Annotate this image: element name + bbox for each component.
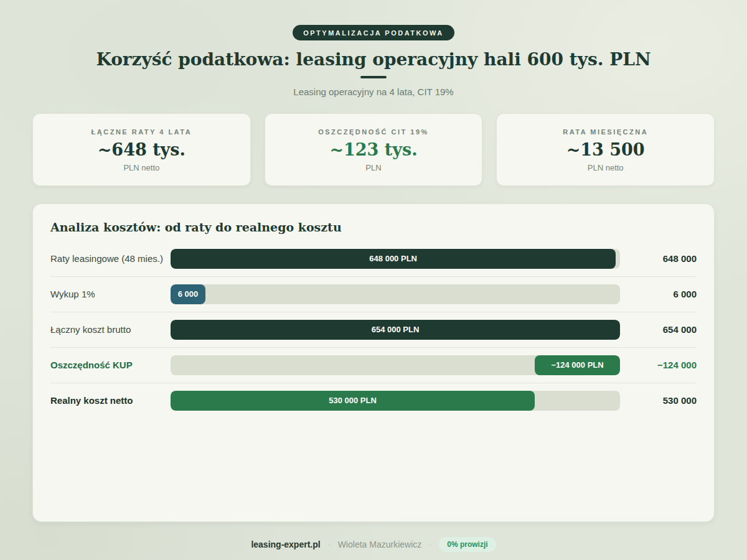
row-value: 6 000: [620, 289, 697, 299]
bar-track: −124 000 PLN: [171, 355, 620, 375]
bar-value-label: −124 000 PLN: [546, 360, 608, 370]
bar-value-label: 654 000 PLN: [367, 325, 425, 334]
cost-analysis-card: Analiza kosztów: od raty do realnego kos…: [32, 203, 715, 522]
stat-unit: PLN netto: [503, 163, 708, 172]
stat-value: ~13 500: [503, 141, 708, 158]
title-underline-divider: [360, 76, 387, 78]
bar-track: 648 000 PLN: [171, 249, 620, 269]
row-value: −124 000: [620, 360, 697, 370]
brand-link[interactable]: leasing-expert.pl: [251, 539, 320, 549]
row-label: Raty leasingowe (48 mies.): [50, 253, 171, 264]
bar: 6 000: [171, 284, 205, 304]
table-row-wykup: Wykup 1% 6 000 6 000: [50, 277, 697, 312]
row-label: Łączny koszt brutto: [50, 324, 171, 335]
category-badge: OPTYMALIZACJA PODATKOWA: [293, 25, 454, 40]
table-row-realny-koszt-netto: Realny koszt netto 530 000 PLN 530 000: [50, 383, 697, 418]
header: OPTYMALIZACJA PODATKOWA Korzyść podatkow…: [32, 25, 715, 97]
author-name: Wioleta Mazurkiewicz: [338, 539, 422, 549]
bar: 654 000 PLN: [171, 320, 620, 340]
page-subtitle: Leasing operacyjny na 4 lata, CIT 19%: [32, 86, 715, 97]
row-label: Oszczędność KUP: [50, 360, 171, 370]
dot-separator: ·: [328, 540, 331, 549]
stat-value: ~648 tys.: [39, 141, 244, 158]
stat-card-total-installments: ŁĄCZNE RATY 4 LATA ~648 tys. PLN netto: [32, 113, 251, 186]
row-value: 654 000: [620, 324, 697, 335]
stat-cards-row: ŁĄCZNE RATY 4 LATA ~648 tys. PLN netto O…: [32, 113, 715, 186]
stat-label: RATA MIESIĘCZNA: [503, 128, 708, 136]
bar: 648 000 PLN: [171, 249, 616, 269]
page: OPTYMALIZACJA PODATKOWA Korzyść podatkow…: [32, 25, 715, 552]
row-value: 648 000: [620, 253, 697, 264]
bar-value-label: 530 000 PLN: [324, 396, 382, 405]
page-title: Korzyść podatkowa: leasing operacyjny ha…: [32, 50, 715, 70]
stat-unit: PLN: [271, 163, 476, 172]
dot-separator: ·: [429, 540, 431, 549]
bar-value-label: 648 000 PLN: [364, 254, 422, 263]
row-label: Wykup 1%: [50, 289, 171, 299]
stat-card-monthly-installment: RATA MIESIĘCZNA ~13 500 PLN netto: [496, 113, 715, 186]
row-value: 530 000: [620, 395, 697, 406]
bar-track: 654 000 PLN: [171, 320, 620, 340]
stat-value: ~123 tys.: [271, 141, 476, 158]
row-label: Realny koszt netto: [50, 395, 171, 406]
commission-badge: 0% prowizji: [439, 537, 496, 552]
table-row-oszczednosc-kup: Oszczędność KUP −124 000 PLN −124 000: [50, 348, 697, 383]
bar-value-label: 6 000: [173, 289, 204, 299]
stat-card-cit-savings: OSZCZĘDNOŚĆ CIT 19% ~123 tys. PLN: [265, 113, 483, 186]
stat-label: ŁĄCZNE RATY 4 LATA: [39, 128, 244, 136]
stat-label: OSZCZĘDNOŚĆ CIT 19%: [271, 128, 476, 136]
stat-unit: PLN netto: [39, 163, 244, 172]
bar-track: 6 000: [171, 284, 620, 304]
chart-title: Analiza kosztów: od raty do realnego kos…: [50, 220, 697, 234]
bar-track: 530 000 PLN: [171, 391, 620, 411]
table-row-laczny-koszt-brutto: Łączny koszt brutto 654 000 PLN 654 000: [50, 312, 697, 348]
footer: leasing-expert.pl · Wioleta Mazurkiewicz…: [32, 537, 715, 552]
bar: −124 000 PLN: [535, 355, 620, 375]
table-row-raty-leasingowe: Raty leasingowe (48 mies.) 648 000 PLN 6…: [50, 241, 697, 277]
bar: 530 000 PLN: [171, 391, 535, 411]
